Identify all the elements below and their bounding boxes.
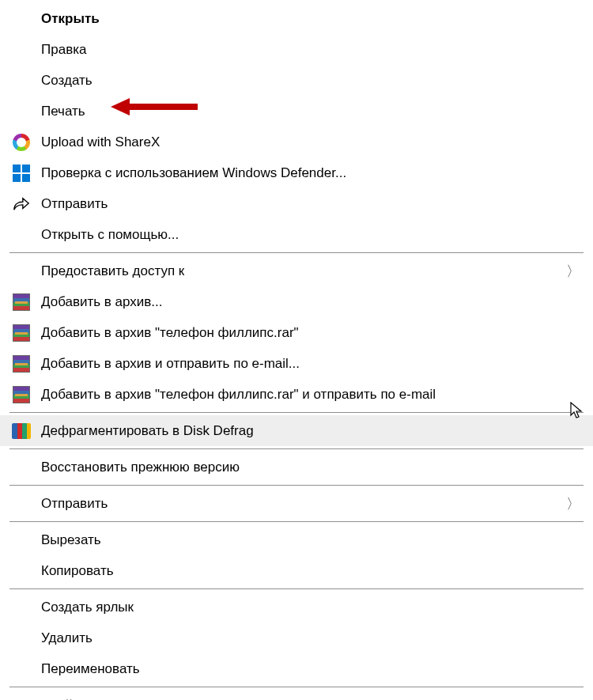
menu-label: Создать ярлык bbox=[41, 600, 134, 615]
winrar-icon bbox=[11, 323, 32, 343]
menu-label: Отправить bbox=[41, 196, 108, 212]
menu-label: Отправить bbox=[41, 496, 108, 512]
menu-label: Проверка с использованием Windows Defend… bbox=[41, 165, 346, 181]
menu-label: Предоставить доступ к bbox=[41, 263, 184, 279]
menu-label: Удалить bbox=[41, 630, 93, 646]
menu-item-send[interactable]: Отправить bbox=[0, 188, 593, 219]
menu-item-rename[interactable]: Переименовать bbox=[0, 653, 593, 684]
menu-item-create-shortcut[interactable]: Создать ярлык bbox=[0, 592, 593, 622]
menu-item-delete[interactable]: Удалить bbox=[0, 622, 593, 653]
menu-item-send2[interactable]: Отправить 〉 bbox=[0, 488, 593, 519]
menu-item-sharex[interactable]: Upload with ShareX bbox=[0, 127, 593, 157]
menu-label: Вырезать bbox=[41, 532, 101, 548]
menu-label: Свойства bbox=[41, 698, 100, 701]
defrag-icon bbox=[11, 421, 32, 441]
menu-label: Восстановить прежнюю версию bbox=[41, 460, 240, 475]
menu-label: Добавить в архив "телефон филлипс.rar" bbox=[41, 325, 299, 341]
menu-label: Добавить в архив и отправить по e-mail..… bbox=[41, 356, 300, 372]
menu-label: Добавить в архив "телефон филлипс.rar" и… bbox=[41, 387, 436, 403]
menu-item-edit[interactable]: Правка bbox=[0, 34, 593, 65]
menu-item-restore-version[interactable]: Восстановить прежнюю версию bbox=[0, 452, 593, 482]
context-menu: Открыть Правка Создать Печать Upload wit… bbox=[0, 0, 593, 700]
menu-label: Добавить в архив... bbox=[41, 294, 163, 310]
menu-item-create[interactable]: Создать bbox=[0, 65, 593, 96]
menu-label: Создать bbox=[41, 73, 93, 89]
menu-item-rar-add-named[interactable]: Добавить в архив "телефон филлипс.rar" bbox=[0, 317, 593, 348]
winrar-icon bbox=[11, 292, 32, 312]
menu-item-rar-add-named-email[interactable]: Добавить в архив "телефон филлипс.rar" и… bbox=[0, 379, 593, 410]
separator bbox=[9, 521, 584, 522]
menu-item-defrag[interactable]: Дефрагментировать в Disk Defrag bbox=[0, 415, 593, 446]
menu-item-open[interactable]: Открыть bbox=[0, 3, 593, 34]
menu-item-rar-add[interactable]: Добавить в архив... bbox=[0, 286, 593, 317]
menu-item-copy[interactable]: Копировать bbox=[0, 555, 593, 586]
menu-item-open-with[interactable]: Открыть с помощью... bbox=[0, 219, 593, 250]
separator bbox=[9, 588, 584, 589]
menu-item-defender[interactable]: Проверка с использованием Windows Defend… bbox=[0, 157, 593, 188]
menu-label: Печать bbox=[41, 104, 85, 119]
menu-label: Копировать bbox=[41, 563, 114, 579]
menu-item-cut[interactable]: Вырезать bbox=[0, 524, 593, 555]
chevron-right-icon: 〉 bbox=[566, 494, 580, 513]
menu-label: Открыть с помощью... bbox=[41, 227, 179, 243]
menu-item-print[interactable]: Печать bbox=[0, 96, 593, 127]
separator bbox=[9, 252, 584, 253]
separator bbox=[9, 485, 584, 486]
menu-item-rar-add-email[interactable]: Добавить в архив и отправить по e-mail..… bbox=[0, 348, 593, 379]
defender-icon bbox=[11, 163, 32, 184]
winrar-icon bbox=[11, 384, 32, 405]
menu-label: Переименовать bbox=[41, 661, 140, 677]
separator bbox=[9, 687, 584, 687]
menu-label: Дефрагментировать в Disk Defrag bbox=[41, 423, 254, 439]
winrar-icon bbox=[11, 354, 32, 374]
menu-label: Открыть bbox=[41, 11, 100, 27]
separator bbox=[9, 412, 584, 413]
chevron-right-icon: 〉 bbox=[566, 262, 580, 281]
sharex-icon bbox=[11, 132, 32, 153]
separator bbox=[9, 448, 584, 449]
menu-item-grant-access[interactable]: Предоставить доступ к 〉 bbox=[0, 255, 593, 286]
menu-label: Upload with ShareX bbox=[41, 134, 160, 150]
menu-item-properties[interactable]: Свойства bbox=[0, 690, 593, 700]
share-icon bbox=[11, 194, 32, 214]
menu-label: Правка bbox=[41, 42, 86, 58]
